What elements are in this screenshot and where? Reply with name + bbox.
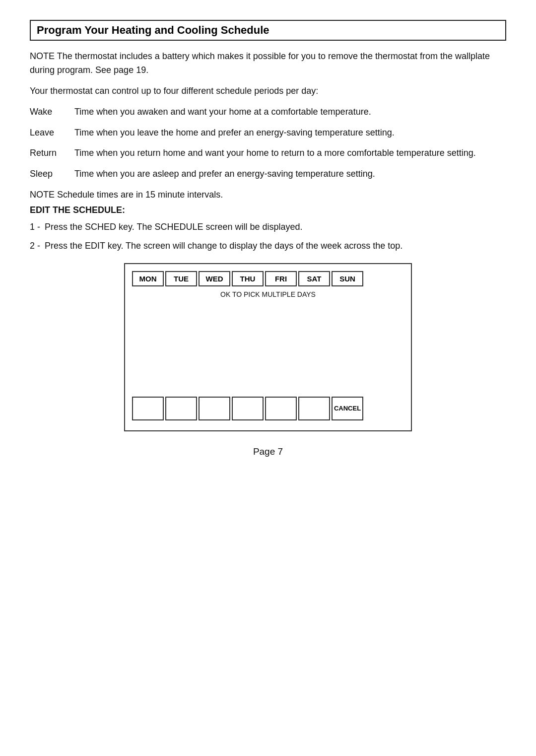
- ok-label: OK TO PICK MULTIPLE DAYS: [132, 290, 404, 298]
- term-wake: Wake Time when you awaken and want your …: [30, 105, 506, 119]
- day-tue[interactable]: TUE: [165, 271, 197, 286]
- step-1-num: 1 -: [30, 220, 45, 234]
- step-2-num: 2 -: [30, 239, 45, 253]
- note2-text: Your thermostat can control up to four d…: [30, 84, 506, 98]
- term-def-wake: Time when you awaken and want your home …: [74, 105, 506, 119]
- step-2: 2 - Press the EDIT key. The screen will …: [30, 239, 506, 253]
- term-return: Return Time when you return home and wan…: [30, 146, 506, 160]
- day-thu[interactable]: THU: [232, 271, 264, 286]
- term-label-return: Return: [30, 146, 74, 160]
- day-sat[interactable]: SAT: [298, 271, 330, 286]
- spacer-area: [132, 307, 404, 397]
- thermostat-diagram: MON TUE WED THU FRI SAT SUN OK TO PICK M…: [124, 263, 412, 431]
- term-label-wake: Wake: [30, 105, 74, 119]
- day-wed[interactable]: WED: [199, 271, 230, 286]
- step-1: 1 - Press the SCHED key. The SCHEDULE sc…: [30, 220, 506, 234]
- term-def-leave: Time when you leave the home and prefer …: [74, 126, 506, 140]
- bottom-btn-5[interactable]: [265, 397, 297, 420]
- step-1-text: Press the SCHED key. The SCHEDULE screen…: [45, 220, 506, 234]
- page-number: Page 7: [30, 446, 506, 457]
- cancel-button[interactable]: CANCEL: [332, 397, 363, 420]
- bottom-btn-6[interactable]: [298, 397, 330, 420]
- bottom-row: CANCEL: [132, 397, 404, 420]
- bottom-btn-3[interactable]: [199, 397, 230, 420]
- bottom-btn-4[interactable]: [232, 397, 264, 420]
- edit-heading: EDIT THE SCHEDULE:: [30, 205, 506, 215]
- bottom-btn-2[interactable]: [165, 397, 197, 420]
- bottom-btn-1[interactable]: [132, 397, 164, 420]
- day-sun[interactable]: SUN: [332, 271, 363, 286]
- day-fri[interactable]: FRI: [265, 271, 297, 286]
- step-2-text: Press the EDIT key. The screen will chan…: [45, 239, 506, 253]
- term-def-sleep: Time when you are asleep and prefer an e…: [74, 167, 506, 181]
- term-leave: Leave Time when you leave the home and p…: [30, 126, 506, 140]
- section-title: Program Your Heating and Cooling Schedul…: [30, 20, 506, 41]
- day-mon[interactable]: MON: [132, 271, 164, 286]
- note3-text: NOTE Schedule times are in 15 minute int…: [30, 188, 506, 202]
- term-sleep: Sleep Time when you are asleep and prefe…: [30, 167, 506, 181]
- term-label-leave: Leave: [30, 126, 74, 140]
- term-def-return: Time when you return home and want your …: [74, 146, 506, 160]
- term-label-sleep: Sleep: [30, 167, 74, 181]
- days-row: MON TUE WED THU FRI SAT SUN: [132, 271, 404, 286]
- note1-text: NOTE The thermostat includes a battery w…: [30, 50, 506, 77]
- page-container: Program Your Heating and Cooling Schedul…: [30, 20, 506, 457]
- steps-list: 1 - Press the SCHED key. The SCHEDULE sc…: [30, 220, 506, 253]
